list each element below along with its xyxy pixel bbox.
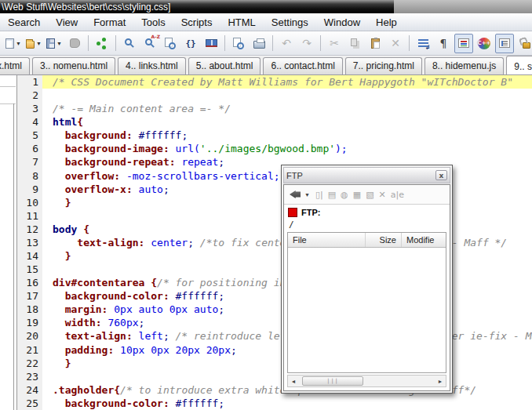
code-line-15[interactable]: 15 (17, 263, 532, 276)
code-line-4[interactable]: 4html{ (17, 115, 532, 129)
find-button[interactable] (120, 34, 139, 53)
code-line-6[interactable]: 6 background-image: url('../images/bgwoo… (17, 142, 532, 155)
delete-button[interactable]: ✕ (386, 34, 405, 53)
dictionary-button[interactable] (202, 34, 220, 53)
line-number: 7 (17, 155, 42, 169)
code-line-10[interactable]: 10 } (17, 196, 532, 209)
indent-wrap-button[interactable] (414, 34, 432, 53)
replace-button[interactable]: A-Z (140, 34, 159, 53)
menu-settings[interactable]: Settings (264, 15, 316, 30)
tab-8-hidemenu-js[interactable]: 8.. hidemenu.js (425, 57, 504, 74)
code-line-23[interactable]: 23 (17, 370, 532, 383)
cut-button[interactable]: ✂ (325, 34, 344, 53)
code-line-7[interactable]: 7 background-repeat: repeat; (17, 155, 532, 169)
code-line-17[interactable]: 17 background-color: #ffffff; (17, 289, 532, 303)
dropdown-arrow-icon[interactable]: ▼ (36, 41, 42, 46)
code-lines[interactable]: 1/* CSS Document Created by Matt William… (17, 75, 532, 410)
new-file-button[interactable]: ▼ (4, 34, 23, 53)
ftp-column-size[interactable]: Size (366, 233, 402, 247)
code-line-5[interactable]: 5 background: #ffffff; (17, 129, 532, 142)
code-line-3[interactable]: 3/* -= Main content area =- */ (17, 102, 532, 115)
ftp-new-folder-button[interactable]: ▧ (363, 187, 376, 202)
ftp-connect-button[interactable] (287, 187, 303, 202)
code-line-20[interactable]: 20 text-align: left; /* reintroduce left… (17, 329, 532, 343)
ftp-column-modifie[interactable]: Modifie (402, 233, 446, 247)
save-button[interactable]: ▼ (45, 34, 64, 53)
copy-button[interactable] (345, 34, 364, 53)
ftp-list-body[interactable] (288, 248, 446, 372)
ftp-delete-button[interactable]: ✕ (377, 187, 388, 202)
code-line-14[interactable]: 14 } (17, 249, 532, 263)
tab-5-about-html[interactable]: 5.. about.html (188, 57, 261, 74)
ftp-close-button[interactable]: x (435, 170, 447, 180)
menu-tools[interactable]: Tools (133, 15, 173, 30)
line-numbers-button[interactable] (495, 34, 514, 53)
menu-view[interactable]: View (48, 15, 86, 30)
window-title: \Web Stuff\Websites\bert\css\styling.css… (0, 2, 170, 13)
ftp-column-file[interactable]: File (288, 233, 366, 247)
menu-search[interactable]: Search (0, 15, 48, 30)
ftp-window-titlebar[interactable]: FTP x (283, 167, 450, 183)
code-line-25[interactable]: 25 background-color: #ffffff; (17, 397, 532, 410)
scrollbar-track[interactable]: ||| (299, 376, 435, 386)
read-only-lock-button[interactable] (516, 34, 532, 53)
print-button[interactable] (250, 34, 268, 53)
ftp-file-list[interactable]: FileSizeModifie (287, 232, 446, 373)
code-line-13[interactable]: 13 text-align: center; /*to fix centerin… (17, 236, 532, 249)
show-formatting-button[interactable]: ¶ (434, 34, 453, 53)
tab-3-nomenu-html[interactable]: 3.. nomenu.html (32, 57, 115, 74)
find-in-files-button[interactable] (161, 34, 180, 53)
code-line-18[interactable]: 18 margin: 0px auto 0px auto; (17, 303, 532, 316)
code-line-19[interactable]: 19 width: 760px; (17, 316, 532, 329)
dropdown-arrow-icon[interactable]: ▼ (56, 41, 62, 46)
menu-window[interactable]: Window (316, 15, 368, 30)
syntax-highlight-button[interactable] (454, 34, 473, 53)
undo-button[interactable]: ↶ (277, 34, 296, 53)
a-to-z-badge: A-Z (151, 34, 160, 39)
code-line-12[interactable]: 12body { (17, 223, 532, 236)
code-line-22[interactable]: 22 } (17, 357, 532, 370)
tab-9-styling-css[interactable]: 9.. styling.css (506, 56, 532, 75)
redo-button[interactable]: ↷ (297, 34, 316, 53)
menu-html[interactable]: HTML (220, 15, 263, 30)
ftp-rename-button[interactable]: a|e (388, 187, 406, 202)
dropdown-arrow-icon[interactable]: ▼ (16, 41, 21, 46)
code-line-11[interactable]: 11 (17, 209, 532, 223)
ftp-disconnect-button[interactable]: ▯| (313, 187, 326, 202)
document-map-button[interactable] (93, 34, 111, 53)
ftp-download-button[interactable]: ◍ (338, 187, 351, 202)
save-all-button[interactable] (65, 34, 84, 53)
code-line-2[interactable]: 2 (17, 89, 532, 102)
dropdown-arrow-icon[interactable]: ▼ (304, 192, 310, 198)
menu-help[interactable]: Help (368, 15, 405, 30)
line-number: 11 (17, 209, 42, 223)
menu-scripts[interactable]: Scripts (173, 15, 220, 30)
paste-button[interactable] (366, 34, 384, 53)
cpp-syntax-button[interactable]: C++ (475, 34, 494, 53)
tab-7-pricing-html[interactable]: 7.. pricing.html (345, 57, 422, 74)
match-braces-button[interactable]: {} (181, 34, 200, 53)
code-line-24[interactable]: 24.tagholder{/* to introduce extra white… (17, 383, 532, 397)
code-line-8[interactable]: 8 overflow: -moz-scrollbars-vertical; (17, 169, 532, 183)
ftp-horizontal-scrollbar[interactable]: ◄ ||| ► (287, 375, 446, 387)
scroll-right-arrow-icon[interactable]: ► (435, 379, 446, 384)
code-line-1[interactable]: 1/* CSS Document Created by Matt William… (17, 75, 532, 89)
code-line-16[interactable]: 16div#contentarea {/* for positioning in… (17, 276, 532, 289)
tab-6-contact-html[interactable]: 6.. contact.html (263, 57, 342, 74)
open-file-button[interactable]: ▼ (24, 34, 43, 53)
ftp-upload-button[interactable]: ▦ (351, 187, 363, 202)
code-line-21[interactable]: 21 padding: 10px 0px 20px 20px; (17, 343, 532, 357)
line-number: 19 (17, 316, 42, 329)
menu-format[interactable]: Format (86, 15, 133, 30)
title-bar[interactable]: \Web Stuff\Websites\bert\css\styling.css… (0, 0, 532, 13)
scroll-left-arrow-icon[interactable]: ◄ (288, 379, 299, 384)
tab-4-links-html[interactable]: 4.. links.html (118, 57, 186, 74)
scrollbar-thumb[interactable]: ||| (302, 376, 363, 386)
find-icon (125, 38, 132, 45)
tab-x-html[interactable]: x.html (0, 57, 30, 74)
print-preview-button[interactable] (229, 34, 248, 53)
print-preview-icon (233, 38, 241, 47)
ftp-view-file-button[interactable]: ▤ (326, 187, 338, 202)
code-line-9[interactable]: 9 overflow-x: auto; (17, 183, 532, 196)
toolbar-separator (272, 35, 273, 51)
